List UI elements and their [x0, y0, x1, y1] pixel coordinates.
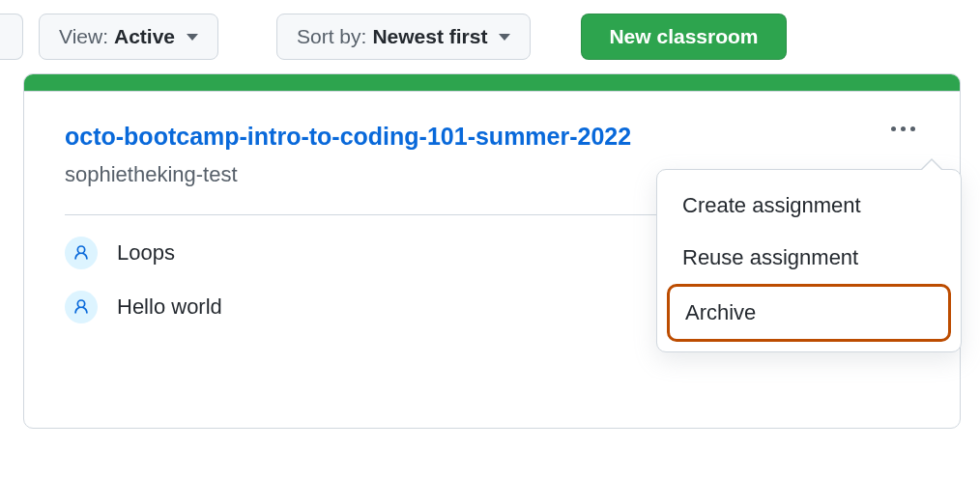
- kebab-dot-icon: [891, 126, 896, 131]
- person-icon: [65, 237, 98, 269]
- classroom-card-container: octo-bootcamp-intro-to-coding-101-summer…: [0, 73, 980, 448]
- kebab-dot-icon: [910, 126, 915, 131]
- classroom-title-link[interactable]: octo-bootcamp-intro-to-coding-101-summer…: [65, 123, 631, 150]
- kebab-dot-icon: [901, 126, 906, 131]
- assignment-name: Hello world: [117, 294, 222, 320]
- assignment-name: Loops: [117, 240, 175, 266]
- new-classroom-button[interactable]: New classroom: [581, 14, 786, 60]
- classroom-card: octo-bootcamp-intro-to-coding-101-summer…: [23, 73, 961, 429]
- caret-down-icon: [187, 34, 198, 41]
- person-icon: [65, 291, 98, 323]
- toolbar-left-edge: [0, 14, 23, 60]
- classroom-heading: octo-bootcamp-intro-to-coding-101-summer…: [65, 121, 631, 187]
- view-filter-prefix: View:: [59, 25, 108, 48]
- toolbar: View: Active Sort by: Newest first New c…: [0, 0, 980, 73]
- context-menu-popover: Create assignment Reuse assignment Archi…: [656, 169, 962, 352]
- menu-item-create-assignment[interactable]: Create assignment: [667, 180, 951, 232]
- caret-down-icon: [499, 34, 510, 41]
- card-body: octo-bootcamp-intro-to-coding-101-summer…: [24, 92, 960, 358]
- card-accent-bar: [24, 74, 960, 92]
- menu-item-archive[interactable]: Archive: [667, 284, 951, 342]
- sort-prefix: Sort by:: [297, 25, 366, 48]
- menu-item-reuse-assignment[interactable]: Reuse assignment: [667, 232, 951, 284]
- classroom-org: sophietheking-test: [65, 162, 631, 187]
- sort-dropdown[interactable]: Sort by: Newest first: [276, 14, 531, 60]
- view-filter-value: Active: [114, 25, 175, 48]
- sort-value: Newest first: [372, 25, 487, 48]
- kebab-menu-button[interactable]: [887, 121, 919, 137]
- view-filter-dropdown[interactable]: View: Active: [39, 14, 218, 60]
